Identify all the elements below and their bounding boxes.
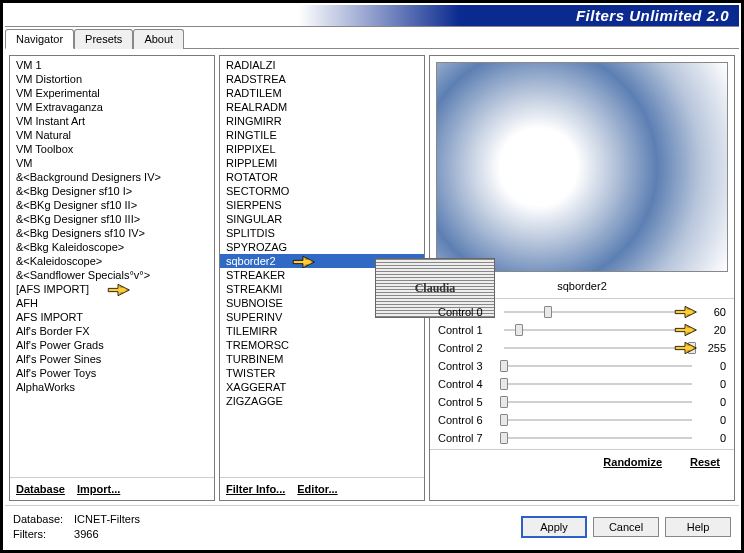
filter-item[interactable]: SINGULAR <box>220 212 424 226</box>
category-item[interactable]: VM Toolbox <box>10 142 214 156</box>
category-item[interactable]: &<BKg Designer sf10 II> <box>10 198 214 212</box>
category-item[interactable]: &<Bkg Designer sf10 I> <box>10 184 214 198</box>
tab-navigator[interactable]: Navigator <box>5 29 74 49</box>
filter-item[interactable]: TURBINEM <box>220 352 424 366</box>
filter-item[interactable]: RADTILEM <box>220 86 424 100</box>
tab-bar: Navigator Presets About <box>5 29 739 49</box>
category-item[interactable]: &<Bkg Kaleidoscope> <box>10 240 214 254</box>
filter-item[interactable]: TWISTER <box>220 366 424 380</box>
category-item[interactable]: &<Kaleidoscope> <box>10 254 214 268</box>
apply-button[interactable]: Apply <box>521 516 587 538</box>
control-value: 0 <box>698 414 726 426</box>
category-item[interactable]: [AFS IMPORT] <box>10 282 214 296</box>
control-row: Control 2255 <box>438 339 726 357</box>
category-item[interactable]: Alf's Power Sines <box>10 352 214 366</box>
control-label: Control 6 <box>438 414 498 426</box>
filters-count: 3966 <box>74 528 98 540</box>
category-item[interactable]: &<BKg Designer sf10 III> <box>10 212 214 226</box>
controls-area: Control 060Control 120Control 2255Contro… <box>430 298 734 449</box>
control-slider[interactable] <box>504 341 692 355</box>
control-label: Control 3 <box>438 360 498 372</box>
category-item[interactable]: VM Distortion <box>10 72 214 86</box>
category-item[interactable]: VM Instant Art <box>10 114 214 128</box>
filter-item[interactable]: RADSTREA <box>220 72 424 86</box>
control-slider[interactable] <box>504 377 692 391</box>
control-value: 0 <box>698 432 726 444</box>
filter-item[interactable]: XAGGERAT <box>220 380 424 394</box>
filters-label: Filters: <box>13 527 71 542</box>
category-item[interactable]: VM 1 <box>10 58 214 72</box>
category-item[interactable]: VM Natural <box>10 128 214 142</box>
category-item[interactable]: VM Experimental <box>10 86 214 100</box>
control-label: Control 5 <box>438 396 498 408</box>
control-value: 20 <box>698 324 726 336</box>
filter-item[interactable]: SPYROZAG <box>220 240 424 254</box>
filter-item[interactable]: SPLITDIS <box>220 226 424 240</box>
control-label: Control 1 <box>438 324 498 336</box>
control-row: Control 70 <box>438 429 726 447</box>
filter-item[interactable]: TREMORSC <box>220 338 424 352</box>
control-value: 255 <box>698 342 726 354</box>
filter-item[interactable]: RIPPIXEL <box>220 142 424 156</box>
control-label: Control 2 <box>438 342 498 354</box>
control-slider[interactable] <box>504 305 692 319</box>
control-slider[interactable] <box>504 413 692 427</box>
category-item[interactable]: AlphaWorks <box>10 380 214 394</box>
filter-item[interactable]: SECTORMO <box>220 184 424 198</box>
db-value: ICNET-Filters <box>74 513 140 525</box>
category-item[interactable]: AFS IMPORT <box>10 310 214 324</box>
category-item[interactable]: &<Sandflower Specials°v°> <box>10 268 214 282</box>
control-slider[interactable] <box>504 431 692 445</box>
filter-item[interactable]: RIPPLEMI <box>220 156 424 170</box>
category-item[interactable]: &<Background Designers IV> <box>10 170 214 184</box>
filter-item[interactable]: RADIALZI <box>220 58 424 72</box>
control-label: Control 7 <box>438 432 498 444</box>
preview-image <box>436 62 728 272</box>
database-button[interactable]: Database <box>16 483 65 495</box>
filter-info-button[interactable]: Filter Info... <box>226 483 285 495</box>
control-row: Control 50 <box>438 393 726 411</box>
filter-item[interactable]: ZIGZAGGE <box>220 394 424 408</box>
control-row: Control 60 <box>438 411 726 429</box>
control-slider[interactable] <box>504 359 692 373</box>
preview-panel: Claudia sqborder2 Control 060Control 120… <box>429 55 735 501</box>
control-row: Control 120 <box>438 321 726 339</box>
filter-item[interactable]: RINGMIRR <box>220 114 424 128</box>
editor-button[interactable]: Editor... <box>297 483 337 495</box>
control-label: Control 4 <box>438 378 498 390</box>
control-slider[interactable] <box>504 395 692 409</box>
db-label: Database: <box>13 512 71 527</box>
filter-item[interactable]: SIERPENS <box>220 198 424 212</box>
category-item[interactable]: &<Bkg Designers sf10 IV> <box>10 226 214 240</box>
control-value: 60 <box>698 306 726 318</box>
control-value: 0 <box>698 396 726 408</box>
category-item[interactable]: VM <box>10 156 214 170</box>
control-value: 0 <box>698 360 726 372</box>
control-label: Control 0 <box>438 306 498 318</box>
control-value: 0 <box>698 378 726 390</box>
app-title: Filters Unlimited 2.0 <box>5 5 739 27</box>
tab-presets[interactable]: Presets <box>74 29 133 49</box>
filter-item[interactable]: RINGTILE <box>220 128 424 142</box>
cancel-button[interactable]: Cancel <box>593 517 659 537</box>
filter-item[interactable]: ROTATOR <box>220 170 424 184</box>
tab-about[interactable]: About <box>133 29 184 49</box>
category-item[interactable]: Alf's Power Toys <box>10 366 214 380</box>
filter-item[interactable]: REALRADM <box>220 100 424 114</box>
control-row: Control 40 <box>438 375 726 393</box>
category-item[interactable]: AFH <box>10 296 214 310</box>
reset-button[interactable]: Reset <box>690 456 720 468</box>
control-row: Control 30 <box>438 357 726 375</box>
category-item[interactable]: Alf's Power Grads <box>10 338 214 352</box>
randomize-button[interactable]: Randomize <box>603 456 662 468</box>
category-panel: VM 1VM DistortionVM ExperimentalVM Extra… <box>9 55 215 501</box>
filter-item[interactable]: TILEMIRR <box>220 324 424 338</box>
category-list[interactable]: VM 1VM DistortionVM ExperimentalVM Extra… <box>10 56 214 477</box>
help-button[interactable]: Help <box>665 517 731 537</box>
control-row: Control 060 <box>438 303 726 321</box>
category-item[interactable]: Alf's Border FX <box>10 324 214 338</box>
footer: Database: ICNET-Filters Filters: 3966 Ap… <box>5 505 739 548</box>
control-slider[interactable] <box>504 323 692 337</box>
import-button[interactable]: Import... <box>77 483 120 495</box>
category-item[interactable]: VM Extravaganza <box>10 100 214 114</box>
